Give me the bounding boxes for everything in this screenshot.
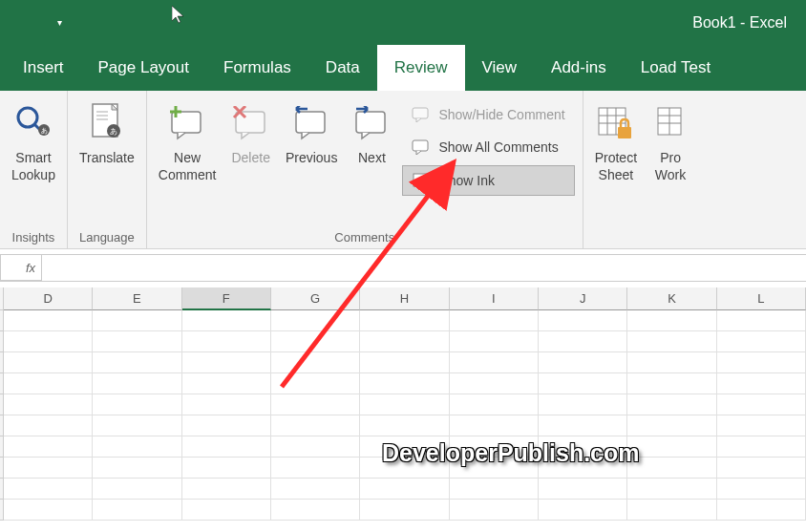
cell[interactable] [182,310,271,331]
cell[interactable] [717,352,806,373]
cell[interactable] [182,415,271,436]
cell[interactable] [182,394,271,415]
qat-dropdown-icon[interactable]: ▾ [57,17,62,28]
formula-input[interactable] [42,255,806,281]
tab-addins[interactable]: Add-ins [534,45,624,91]
tab-load-test[interactable]: Load Test [624,45,728,91]
cell[interactable] [182,458,271,479]
cell[interactable] [93,500,181,521]
show-ink-button[interactable]: Show Ink [402,165,574,196]
cell[interactable] [627,415,716,436]
column-header-F[interactable]: F [182,287,271,310]
cell[interactable] [271,500,360,521]
cell[interactable] [717,373,806,394]
column-header-H[interactable]: H [360,287,449,310]
cell[interactable] [539,479,627,500]
show-hide-comment-button[interactable]: Show/Hide Comment [402,100,574,129]
cell[interactable] [717,310,806,331]
cell[interactable] [360,394,449,415]
cell[interactable] [182,373,271,394]
cell[interactable] [539,373,627,394]
previous-comment-button[interactable]: Previous [278,96,345,171]
cell[interactable] [717,458,806,479]
cell[interactable] [271,479,360,500]
column-header-L[interactable]: L [717,287,806,310]
cell[interactable] [271,331,360,352]
fx-label[interactable]: fx [0,255,42,281]
cell[interactable] [539,331,627,352]
protect-workbook-button[interactable]: Pro Work [645,96,696,187]
cell[interactable] [271,415,360,436]
cell[interactable] [93,415,181,436]
cell[interactable] [360,352,449,373]
cell[interactable] [271,394,360,415]
translate-button[interactable]: あ Translate [72,96,142,171]
cell[interactable] [182,479,271,500]
column-header-K[interactable]: K [627,287,716,310]
cell[interactable] [539,394,627,415]
next-comment-button[interactable]: Next [345,96,398,171]
cell[interactable] [93,436,181,458]
cell[interactable] [450,394,539,415]
cell[interactable] [4,331,93,352]
cell[interactable] [627,310,716,331]
cell[interactable] [627,394,716,415]
column-header-E[interactable]: E [93,287,181,310]
cell[interactable] [271,310,360,331]
tab-insert[interactable]: Insert [6,45,81,91]
smart-lookup-button[interactable]: あ Smart Lookup [4,96,63,187]
cell[interactable] [4,415,93,436]
cell[interactable] [360,331,449,352]
cell[interactable] [4,479,93,500]
cell[interactable] [717,436,806,458]
cell[interactable] [93,394,181,415]
cell[interactable] [627,331,716,352]
cell[interactable] [627,373,716,394]
cell[interactable] [182,352,271,373]
tab-page-layout[interactable]: Page Layout [81,45,206,91]
column-header-J[interactable]: J [539,287,627,310]
cell[interactable] [93,331,181,352]
tab-view[interactable]: View [465,45,535,91]
cell[interactable] [93,310,181,331]
cell[interactable] [182,331,271,352]
cell[interactable] [539,500,627,521]
cell[interactable] [717,331,806,352]
show-all-comments-button[interactable]: Show All Comments [402,133,574,161]
cell[interactable] [93,352,181,373]
cell[interactable] [450,415,539,436]
cell[interactable] [271,458,360,479]
cell[interactable] [93,458,181,479]
cell[interactable] [360,479,449,500]
protect-sheet-button[interactable]: Protect Sheet [587,96,645,187]
cell[interactable] [539,352,627,373]
cell[interactable] [450,479,539,500]
cell[interactable] [450,352,539,373]
cell[interactable] [4,352,93,373]
tab-formulas[interactable]: Formulas [206,45,308,91]
cell[interactable] [4,373,93,394]
cell[interactable] [93,373,181,394]
cell[interactable] [182,500,271,521]
cell[interactable] [4,394,93,415]
cell[interactable] [271,436,360,458]
cell[interactable] [360,310,449,331]
new-comment-button[interactable]: New Comment [151,96,224,187]
cell[interactable] [271,373,360,394]
cell[interactable] [717,479,806,500]
cell[interactable] [450,373,539,394]
cell[interactable] [4,310,93,331]
cell[interactable] [360,500,449,521]
cell[interactable] [539,310,627,331]
cell[interactable] [627,479,716,500]
cell[interactable] [627,458,716,479]
cell[interactable] [450,500,539,521]
cell[interactable] [627,500,716,521]
cell[interactable] [717,415,806,436]
cell[interactable] [182,436,271,458]
tab-data[interactable]: Data [308,45,377,91]
cell[interactable] [4,500,93,521]
cell[interactable] [539,415,627,436]
cell[interactable] [271,352,360,373]
cell[interactable] [717,394,806,415]
